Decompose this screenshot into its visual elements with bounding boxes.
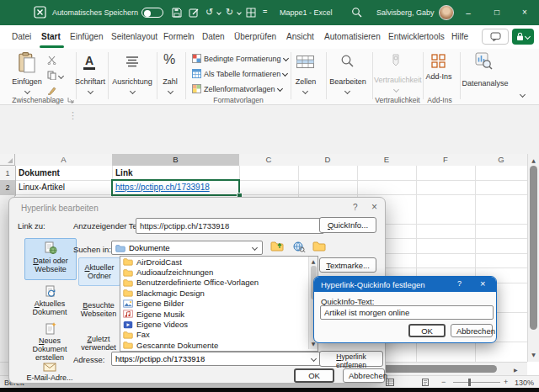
tab-seitenlayout[interactable]: Seitenlayout — [111, 25, 157, 48]
tab-ansicht[interactable]: Ansicht — [286, 25, 314, 48]
collapse-ribbon-icon[interactable] — [520, 92, 526, 98]
tab-ueberpruefen[interactable]: Überprüfen — [234, 25, 276, 48]
cell-a2[interactable]: Linux-Artikel — [19, 183, 65, 192]
cells-chevron-icon[interactable] — [302, 88, 308, 94]
close-button[interactable]: × — [519, 8, 531, 17]
share-button[interactable] — [512, 29, 534, 45]
scroll-down-icon[interactable]: ▼ — [528, 352, 539, 358]
sidebar-item-current-document[interactable]: Aktuelles Dokument — [24, 283, 75, 319]
look-in-chevron-icon[interactable] — [252, 245, 258, 251]
font-chevron-icon[interactable] — [88, 88, 93, 94]
remove-hyperlink-button[interactable]: Hyperlink entfernen — [319, 351, 383, 367]
paste-label[interactable]: Einfügen — [7, 77, 47, 86]
tab-entwicklertools[interactable]: Entwicklertools — [388, 25, 445, 48]
up-one-folder-icon[interactable] — [270, 241, 284, 252]
column-header-g[interactable]: G — [475, 154, 528, 167]
font-icon[interactable]: A — [83, 54, 95, 70]
format-painter-icon[interactable] — [47, 86, 56, 95]
zoom-slider-thumb[interactable] — [468, 379, 471, 386]
sidebar-item-new-document[interactable]: Neues Dokument erstellen — [24, 320, 75, 364]
dialog-close-icon[interactable]: × — [371, 201, 377, 213]
column-header-b[interactable]: B — [112, 154, 240, 167]
browse-web-icon[interactable] — [292, 241, 306, 252]
alignment-group-button[interactable]: Ausrichtung — [111, 77, 153, 86]
editing-group-button[interactable]: Bearbeiten — [328, 77, 367, 86]
paste-chevron-icon[interactable] — [24, 88, 30, 94]
data-analysis-icon[interactable] — [475, 52, 493, 70]
horizontal-scroll-thumb[interactable] — [379, 365, 497, 373]
select-all-corner[interactable] — [0, 154, 15, 166]
dialog-help-icon[interactable]: ? — [353, 203, 358, 212]
zoom-slider-track[interactable] — [453, 382, 500, 383]
tab-datei[interactable]: Datei — [12, 25, 31, 48]
column-header-c[interactable]: C — [239, 154, 299, 167]
minimize-button[interactable]: – — [462, 8, 474, 18]
format-as-table-button[interactable]: Als Tabelle formatieren — [192, 69, 287, 78]
redo-chevron-icon[interactable] — [237, 10, 242, 15]
quickinfo-text-input[interactable] — [320, 305, 494, 320]
cell-a1[interactable]: Dokument — [19, 168, 60, 177]
browse-file-icon[interactable] — [312, 241, 326, 252]
quickinfo-button[interactable]: QuickInfo... — [319, 217, 376, 233]
list-item[interactable]: Benutzerdefinierte Office-Vorlagen — [120, 278, 318, 288]
tab-start[interactable]: Start — [41, 25, 61, 48]
clipboard-dialog-launcher-icon[interactable] — [67, 97, 74, 103]
ok-button[interactable]: OK — [294, 368, 334, 383]
sidebar-item-file-or-webpage[interactable]: Datei oder Webseite — [24, 238, 77, 280]
zoom-in-icon[interactable]: + — [504, 378, 508, 386]
undo-chevron-icon[interactable] — [216, 10, 221, 15]
quickinfo-cancel-button[interactable]: Abbrechen — [451, 324, 493, 337]
conditional-formatting-button[interactable]: Bedingte Formatierung — [192, 54, 288, 63]
comment-button[interactable] — [482, 29, 509, 45]
font-group-button[interactable]: Schriftart — [71, 77, 109, 86]
copy-chevron-icon[interactable] — [58, 73, 64, 79]
paste-icon[interactable] — [17, 52, 37, 73]
list-item[interactable]: Eigene Bilder — [120, 299, 318, 309]
alignment-icon[interactable] — [125, 56, 140, 67]
alignment-chevron-icon[interactable] — [130, 88, 136, 94]
number-format-icon[interactable]: % — [163, 52, 175, 67]
file-list[interactable]: AirDroidCast Audioaufzeichnungen Benutze… — [120, 256, 318, 352]
tab-daten[interactable]: Daten — [202, 25, 225, 48]
user-avatar[interactable] — [439, 5, 454, 20]
touch-mode-icon[interactable] — [189, 8, 199, 18]
zoom-out-icon[interactable]: − — [441, 378, 446, 386]
copy-icon[interactable] — [47, 71, 56, 80]
number-group-button[interactable]: Zahl — [153, 77, 187, 86]
bookmark-button[interactable]: Textmarke... — [319, 257, 376, 273]
row-header-1[interactable]: 1 — [0, 166, 16, 181]
tab-automatisieren[interactable]: Automatisieren — [324, 25, 381, 48]
addins-icon[interactable] — [431, 54, 446, 68]
column-header-f[interactable]: F — [416, 154, 476, 167]
display-text-input[interactable] — [136, 218, 324, 234]
qat-grid-icon[interactable] — [246, 8, 256, 18]
user-name[interactable]: Salvisberg, Gaby — [376, 8, 435, 17]
tab-einfuegen[interactable]: Einfügen — [70, 25, 103, 48]
list-item[interactable]: Audioaufzeichnungen — [120, 267, 318, 277]
list-item[interactable]: Eigene Musik — [120, 309, 318, 319]
quickinfo-close-icon[interactable]: × — [480, 278, 485, 289]
cancel-button[interactable]: Abbrechen — [343, 368, 385, 383]
redo-icon[interactable]: ↻ — [226, 7, 233, 18]
page-layout-view-icon[interactable] — [421, 379, 430, 386]
undo-icon[interactable]: ↺ — [205, 7, 213, 18]
data-analysis-button[interactable]: Datenanalyse — [462, 79, 509, 87]
sidebar-item-email-address[interactable]: E-Mail-Adre... — [24, 363, 75, 383]
qat-equals-icon[interactable]: = — [263, 8, 267, 16]
list-item[interactable]: AirDroidCast — [120, 257, 318, 267]
tab-hilfe[interactable]: Hilfe — [451, 25, 468, 48]
cell-styles-button[interactable]: Zellenformatvorlagen — [192, 84, 282, 93]
cell-b1[interactable]: Link — [115, 168, 133, 177]
quickinfo-help-icon[interactable]: ? — [457, 279, 462, 288]
tab-formeln[interactable]: Formeln — [163, 25, 195, 48]
address-combobox[interactable]: https://pctipp.ch/1733918 — [111, 352, 322, 366]
cells-group-button[interactable]: Zellen — [291, 77, 320, 86]
maximize-button[interactable]: □ — [491, 8, 503, 17]
list-item[interactable]: Blackmagic Design — [120, 288, 318, 298]
current-folder-button[interactable]: Aktueller Ordner — [78, 257, 120, 286]
column-header-a[interactable]: A — [15, 154, 113, 167]
vertical-scrollbar[interactable]: ▲ ▼ — [527, 154, 539, 362]
browsed-pages-button[interactable]: Besuchte Webseiten — [78, 296, 119, 323]
search-icon[interactable] — [351, 7, 362, 18]
save-icon[interactable] — [172, 8, 182, 18]
